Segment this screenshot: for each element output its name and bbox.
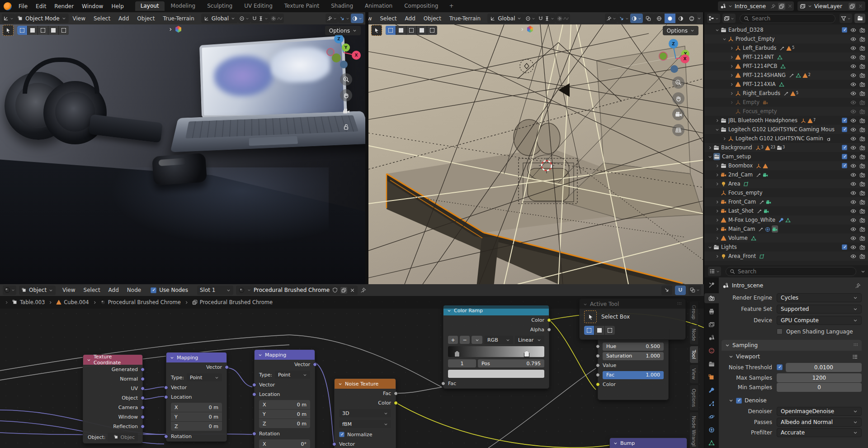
min-samples-field[interactable]: 0: [777, 383, 862, 392]
outliner-row-main-cam[interactable]: Main_Cam: [704, 224, 868, 234]
select-mode-invert[interactable]: [48, 26, 58, 35]
toolbar-expand[interactable]: [520, 26, 533, 33]
viewport-right-options[interactable]: Options: [663, 26, 698, 35]
ramp-pos-field[interactable]: Pos0.795: [478, 359, 544, 367]
noise-threshold-field[interactable]: 0.0100: [786, 363, 862, 372]
select-mode-extend[interactable]: [396, 26, 406, 35]
tab-world[interactable]: [704, 346, 719, 356]
disable-render-icon[interactable]: [859, 181, 865, 187]
exclude-checkbox[interactable]: [842, 145, 847, 150]
lock-view-button[interactable]: [340, 121, 352, 133]
select-mode-set[interactable]: [17, 26, 27, 35]
blender-logo-icon[interactable]: [4, 2, 12, 10]
select-mode-subtract[interactable]: [38, 26, 48, 35]
disable-render-icon[interactable]: [859, 172, 865, 178]
axis-z-neg[interactable]: [340, 61, 348, 68]
select-box-tool-button[interactable]: [584, 310, 597, 323]
proportional-editing[interactable]: [556, 14, 570, 23]
disable-render-icon[interactable]: [859, 81, 865, 87]
viewport-menu-add[interactable]: Add: [114, 15, 133, 22]
output-socket[interactable]: [141, 386, 145, 391]
socket-row-uv[interactable]: UV: [83, 384, 142, 393]
pan-button[interactable]: [340, 89, 352, 101]
scene-selector[interactable]: Intro_scene: [718, 1, 794, 11]
viewport-right-canvas[interactable]: Options Z Y X: [368, 24, 703, 284]
output-socket[interactable]: [141, 405, 145, 410]
sidebar-tab-view[interactable]: View: [690, 365, 698, 383]
breadcrumb-item[interactable]: Cube.004: [56, 299, 89, 305]
sampling-panel-header[interactable]: Sampling: [722, 340, 862, 351]
denoiser-dropdown[interactable]: OpenImageDenoise: [777, 407, 862, 416]
exclude-checkbox[interactable]: [842, 154, 847, 159]
select-mode-set[interactable]: [386, 26, 396, 35]
disable-render-icon[interactable]: [859, 153, 865, 160]
viewport-menu-view[interactable]: View: [368, 15, 376, 22]
workspace-tab-modeling[interactable]: Modeling: [165, 1, 201, 11]
hide-eye-icon[interactable]: [850, 72, 856, 78]
ramp-add-stop[interactable]: +: [448, 336, 458, 344]
hide-eye-icon[interactable]: [850, 208, 856, 214]
disable-render-icon[interactable]: [859, 162, 865, 169]
shading-rendered[interactable]: [686, 14, 697, 23]
viewport-left-canvas[interactable]: Options Z Y X: [0, 24, 365, 284]
presets-icon[interactable]: [852, 354, 858, 360]
active-tool-button[interactable]: [371, 25, 382, 36]
unlink-scene-icon[interactable]: [788, 4, 793, 9]
axis-y-neg[interactable]: [332, 53, 341, 62]
orientation-dropdown[interactable]: Global: [487, 14, 524, 23]
hide-eye-icon[interactable]: [850, 153, 856, 160]
hide-eye-icon[interactable]: [850, 36, 856, 42]
socket-row-normal[interactable]: Normal: [83, 374, 142, 384]
outliner-row-area-front[interactable]: Area_Front: [704, 252, 868, 261]
snap-controls[interactable]: [250, 14, 269, 23]
menu-file[interactable]: File: [14, 3, 32, 10]
hide-eye-icon[interactable]: [850, 135, 856, 142]
prefilter-dropdown[interactable]: Accurate: [777, 428, 862, 437]
hide-eye-icon[interactable]: [850, 217, 856, 223]
outliner-row-m-fox-logo-white[interactable]: M-Fox Logo_White: [704, 215, 868, 224]
location-xyz-fields[interactable]: X0 mY0 mZ0 m: [171, 403, 222, 431]
outliner-row-empty[interactable]: Empty: [704, 98, 868, 107]
shader-editor-type-button[interactable]: [3, 286, 16, 295]
hide-eye-icon[interactable]: [850, 244, 856, 250]
workspace-tab-compositing[interactable]: Compositing: [399, 1, 443, 11]
socket-row-window[interactable]: Window: [83, 412, 142, 422]
shading-solid[interactable]: [665, 14, 675, 23]
camera-view-button[interactable]: [340, 105, 352, 117]
orientation-dropdown[interactable]: Global: [201, 14, 238, 23]
axis-y[interactable]: Y: [342, 43, 350, 52]
toolbar-expand[interactable]: [168, 26, 182, 33]
disable-render-icon[interactable]: [859, 72, 865, 78]
disable-render-icon[interactable]: [859, 63, 865, 69]
add-workspace-tab[interactable]: +: [443, 1, 459, 11]
node-texture-coordinate[interactable]: Texture Coordinate GeneratedNormalUVObje…: [83, 354, 143, 443]
feature-set-dropdown[interactable]: Supported: [777, 305, 862, 314]
select-mode-subtract[interactable]: [605, 326, 615, 335]
disable-render-icon[interactable]: [859, 199, 865, 205]
exclude-checkbox[interactable]: [842, 118, 847, 123]
outliner-row-boombox[interactable]: Boombox: [704, 161, 868, 170]
overlays-dropdown[interactable]: [351, 14, 363, 23]
filter-dropdown[interactable]: [840, 14, 852, 23]
outliner-row-right-earbuds[interactable]: Right_Earbuds5: [704, 89, 868, 98]
hide-eye-icon[interactable]: [850, 190, 856, 196]
outliner-row-front-cam[interactable]: Front_Cam: [704, 197, 868, 206]
menu-render[interactable]: Render: [50, 3, 78, 10]
osl-checkbox[interactable]: [777, 329, 783, 334]
denoise-checkbox[interactable]: [736, 398, 742, 404]
outliner-row-2nd-cam[interactable]: 2nd_Cam: [704, 170, 868, 179]
node-bump[interactable]: Bump: [609, 438, 687, 448]
viewport-menu-true-terrain[interactable]: True-Terrain: [445, 15, 485, 22]
snap-controls[interactable]: [537, 14, 556, 23]
hide-eye-icon[interactable]: [850, 235, 856, 241]
disable-render-icon[interactable]: [859, 190, 865, 196]
xray-toggle[interactable]: [643, 14, 654, 23]
workspace-tab-layout[interactable]: Layout: [135, 1, 165, 11]
editor-type-button[interactable]: [2, 14, 15, 23]
hide-eye-icon[interactable]: [850, 99, 856, 105]
pivot-dropdown[interactable]: [238, 14, 250, 23]
unlink-material-icon[interactable]: [350, 288, 355, 293]
workspace-tab-sculpting[interactable]: Sculpting: [202, 1, 238, 11]
breadcrumb-item[interactable]: Procedural Brushed Chrome: [100, 299, 181, 305]
viewport-menu-select[interactable]: Select: [90, 15, 114, 22]
